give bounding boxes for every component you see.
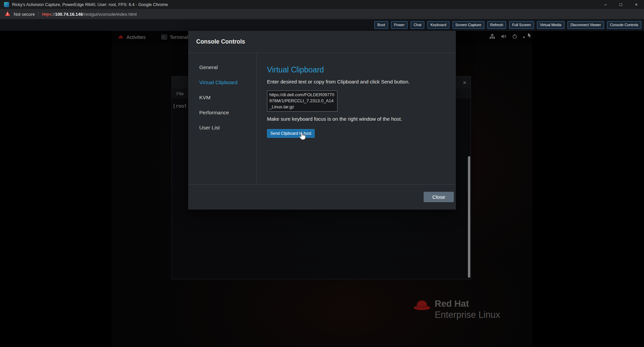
- terminal-scrollbar: [468, 156, 470, 278]
- tab-user-list-label: User List: [199, 125, 220, 131]
- security-url-bar: Not secure https://100.74.16.146/restgui…: [0, 9, 644, 19]
- minimize-button[interactable]: –: [598, 0, 613, 9]
- not-secure-label[interactable]: Not secure: [14, 12, 35, 17]
- console-controls-button[interactable]: Console Controls: [607, 21, 641, 29]
- rhel-wallpaper-logo: Red Hat Enterprise Linux: [412, 298, 500, 321]
- terminal-menu-file: File: [176, 91, 184, 96]
- terminal-prompt: [root: [173, 103, 187, 109]
- remote-cursor-icon: [528, 33, 532, 40]
- terminal-close-icon: ×: [463, 80, 466, 85]
- terminal-icon: >_: [161, 35, 167, 40]
- warning-icon: [5, 11, 10, 17]
- tab-general[interactable]: General: [188, 60, 256, 75]
- virtual-media-button[interactable]: Virtual Media: [537, 21, 565, 29]
- dialog-body: General Virtual Clipboard KVM Performanc…: [188, 53, 456, 184]
- tab-performance[interactable]: Performance: [188, 105, 256, 120]
- url-path: /restgui/vconsole/index.html: [83, 12, 137, 17]
- screen-capture-button[interactable]: Screen Capture: [452, 21, 484, 29]
- dialog-sidebar: General Virtual Clipboard KVM Performanc…: [188, 53, 257, 184]
- url-domain: 100.74.16.146: [55, 12, 83, 17]
- clipboard-textarea[interactable]: https://dl.dell.com/FOLDER09770976M/1/PE…: [267, 91, 337, 112]
- browser-titlebar: Ricky's Activision Capture, PowerEdge R6…: [0, 0, 644, 9]
- tab-kvm-label: KVM: [199, 95, 211, 101]
- volume-icon: [501, 34, 506, 40]
- tab-user-list[interactable]: User List: [188, 120, 256, 135]
- focused-app-label: Terminal: [170, 35, 188, 40]
- logo-line2: Enterprise Linux: [435, 309, 500, 321]
- url-scheme: https: [42, 12, 51, 17]
- console-controls-dialog: Console Controls General Virtual Clipboa…: [188, 31, 456, 210]
- chat-button[interactable]: Chat: [411, 21, 424, 29]
- tab-general-label: General: [199, 64, 218, 70]
- focused-app-indicator: >_ Terminal: [161, 35, 188, 40]
- dialog-content: Virtual Clipboard Enter desired text or …: [257, 53, 456, 184]
- page-url: https://100.74.16.146/restgui/vconsole/i…: [42, 12, 137, 17]
- send-clipboard-button[interactable]: Send Clipboard to host: [267, 129, 315, 138]
- network-icon: [489, 34, 495, 40]
- full-screen-button[interactable]: Full Screen: [509, 21, 534, 29]
- close-button[interactable]: ×: [629, 0, 644, 9]
- tab-performance-label: Performance: [199, 110, 229, 116]
- redhat-logo-hat-icon: [412, 298, 432, 312]
- tab-virtual-clipboard-label: Virtual Clipboard: [199, 79, 237, 85]
- dialog-footer: Close: [188, 184, 456, 209]
- focus-note-text: Make sure keyboard focus is on the right…: [267, 116, 456, 122]
- activities-label: Activities: [126, 35, 146, 40]
- redhat-icon: [118, 35, 124, 40]
- section-heading: Virtual Clipboard: [267, 65, 456, 74]
- power-button[interactable]: Power: [391, 21, 408, 29]
- tab-virtual-clipboard[interactable]: Virtual Clipboard: [188, 75, 256, 90]
- keyboard-button[interactable]: Keyboard: [427, 21, 449, 29]
- refresh-button[interactable]: Refresh: [487, 21, 506, 29]
- tab-kvm[interactable]: KVM: [188, 90, 256, 105]
- dialog-title: Console Controls: [188, 31, 456, 53]
- logo-line1: Red Hat: [435, 298, 500, 309]
- window-title: Ricky's Activision Capture, PowerEdge R6…: [12, 2, 168, 7]
- activities-button: Activities: [118, 35, 146, 40]
- system-tray: ▾: [489, 31, 525, 43]
- window-controls: – □ ×: [598, 0, 644, 9]
- boot-button[interactable]: Boot: [374, 21, 388, 29]
- instruction-text: Enter desired text or copy from Clipboar…: [267, 79, 456, 85]
- power-icon: [512, 34, 517, 40]
- mouse-hand-cursor-icon: [299, 131, 306, 141]
- console-toolbar: Boot Power Chat Keyboard Screen Capture …: [0, 19, 644, 31]
- divider: [38, 12, 39, 17]
- chevron-down-icon: ▾: [523, 35, 525, 40]
- maximize-button[interactable]: □: [613, 0, 629, 9]
- url-separator: ://: [51, 12, 55, 17]
- disconnect-viewer-button[interactable]: Disconnect Viewer: [568, 21, 604, 29]
- favicon-icon: [4, 2, 9, 7]
- dialog-close-button[interactable]: Close: [424, 192, 454, 202]
